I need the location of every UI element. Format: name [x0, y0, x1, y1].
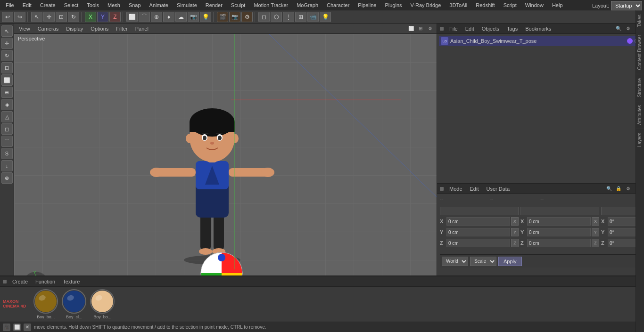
mat-texture-menu[interactable]: Texture	[61, 278, 82, 285]
render-settings-button[interactable]: ⚙	[241, 12, 253, 22]
sidebar-btn-7[interactable]: ◈	[1, 99, 13, 110]
menu-tools[interactable]: Tools	[83, 1, 103, 9]
menu-redshift[interactable]: Redshift	[472, 1, 498, 9]
vp-arrange-icon[interactable]: ⊞	[417, 25, 424, 32]
pos-z-input[interactable]	[446, 239, 510, 247]
scale-tool-button[interactable]: ⊡	[56, 12, 67, 22]
tab-content-browser[interactable]: Content Browser	[636, 31, 644, 73]
menu-create[interactable]: Create	[36, 1, 59, 9]
shade-surface-button[interactable]: ⬡	[271, 12, 282, 22]
attrs-settings-icon[interactable]: ⚙	[624, 185, 632, 193]
select-tool-button[interactable]: ↖	[31, 12, 42, 22]
layout-select[interactable]: Startup	[611, 1, 642, 10]
vp-settings-icon[interactable]: ⚙	[426, 25, 434, 32]
object-spline-button[interactable]: ⌒	[139, 12, 150, 22]
sidebar-btn-3[interactable]: ↻	[1, 50, 13, 61]
status-icon-camera[interactable]: 🎥	[3, 324, 10, 331]
menu-motion-tracker[interactable]: Motion Tracker	[250, 1, 292, 9]
attrs-search-icon[interactable]: 🔍	[605, 185, 613, 193]
sidebar-btn-8[interactable]: △	[1, 111, 13, 122]
tab-layers[interactable]: Layers	[636, 129, 644, 151]
sidebar-btn-10[interactable]: ⌒	[1, 136, 13, 147]
vp-view-menu[interactable]: View	[17, 25, 32, 32]
scale-select[interactable]: Scale	[470, 257, 496, 266]
render-pic-button[interactable]: 📷	[229, 12, 240, 22]
mat-create-menu[interactable]: Create	[10, 278, 30, 285]
z-axis-button[interactable]: Z	[109, 12, 121, 22]
rotate-tool-button[interactable]: ↻	[68, 12, 79, 22]
panel-search-icon[interactable]: 🔍	[615, 25, 622, 32]
scale-x-input[interactable]	[527, 217, 591, 226]
sidebar-btn-6[interactable]: ⊕	[1, 87, 13, 98]
objects-edit-menu[interactable]: Edit	[463, 25, 476, 32]
menu-character[interactable]: Character	[323, 1, 353, 9]
objects-bookmarks-menu[interactable]: Bookmarks	[523, 25, 553, 32]
vp-panel-menu[interactable]: Panel	[133, 25, 150, 32]
menu-edit[interactable]: Edit	[19, 1, 35, 9]
sidebar-btn-5[interactable]: ⬜	[1, 74, 13, 86]
world-select[interactable]: World	[442, 257, 468, 266]
menu-plugins[interactable]: Plugins	[381, 1, 405, 9]
object-cube-button[interactable]: ⬜	[126, 12, 138, 22]
objects-objects-menu[interactable]: Objects	[480, 25, 501, 32]
menu-window[interactable]: Window	[521, 1, 547, 9]
object-nurbs-button[interactable]: ⊕	[151, 12, 162, 22]
tab-structure[interactable]: Structure	[636, 74, 644, 101]
menu-sculpt[interactable]: Sculpt	[227, 1, 249, 9]
viewport-3d[interactable]: Perspective	[14, 34, 437, 308]
tab-takes[interactable]: Takes	[636, 10, 644, 31]
vp-options-menu[interactable]: Options	[89, 25, 110, 32]
status-icon-close[interactable]: ✕	[24, 324, 31, 331]
menu-simulate[interactable]: Simulate	[173, 1, 201, 9]
attrs-edit-menu[interactable]: Edit	[468, 186, 481, 192]
move-tool-button[interactable]: ✛	[43, 12, 55, 22]
pos-x-input[interactable]	[446, 217, 510, 226]
attrs-mode-menu[interactable]: Mode	[447, 186, 464, 192]
pos-x-btn[interactable]: X	[511, 217, 519, 226]
vp-filter-menu[interactable]: Filter	[114, 25, 129, 32]
sidebar-btn-12[interactable]: ↓	[1, 160, 13, 171]
menu-pipeline[interactable]: Pipeline	[354, 1, 380, 9]
menu-mograph[interactable]: MoGraph	[293, 1, 322, 9]
menu-vray[interactable]: V-Ray Bridge	[407, 1, 445, 9]
redo-button[interactable]: ↪	[14, 12, 25, 22]
menu-mesh[interactable]: Mesh	[104, 1, 124, 9]
menu-snap[interactable]: Snap	[125, 1, 145, 9]
undo-button[interactable]: ↩	[2, 12, 13, 22]
pos-z-btn[interactable]: Z	[511, 239, 519, 247]
material-item-1[interactable]: Boy_cl...	[62, 289, 86, 319]
mat-function-menu[interactable]: Function	[33, 278, 57, 285]
material-item-2[interactable]: Boy_bo...	[90, 289, 115, 319]
attrs-lock-icon[interactable]: 🔒	[615, 185, 622, 193]
scale-z-btn[interactable]: Z	[592, 239, 599, 247]
shade-cam-button[interactable]: 📹	[307, 12, 319, 22]
object-deform-button[interactable]: ♦	[163, 12, 174, 22]
tab-attributes[interactable]: Attributes	[636, 101, 644, 129]
sidebar-btn-11[interactable]: S	[1, 148, 13, 159]
menu-help[interactable]: Help	[548, 1, 567, 9]
vp-cameras-menu[interactable]: Cameras	[36, 25, 61, 32]
material-item-0[interactable]: Boy_bo...	[33, 289, 58, 319]
pos-y-btn[interactable]: Y	[511, 228, 519, 236]
apply-button[interactable]: Apply	[498, 257, 522, 266]
menu-script[interactable]: Script	[500, 1, 520, 9]
sidebar-btn-9[interactable]: ◻	[1, 123, 13, 135]
vp-display-menu[interactable]: Display	[64, 25, 85, 32]
y-axis-button[interactable]: Y	[97, 12, 108, 22]
objects-tags-menu[interactable]: Tags	[505, 25, 520, 32]
object-item-character[interactable]: L0 Asian_Child_Boy_Swimwear_T_pose	[439, 36, 642, 46]
render-view-button[interactable]: 🎬	[217, 12, 228, 22]
objects-file-menu[interactable]: File	[447, 25, 460, 32]
attrs-userdata-menu[interactable]: User Data	[485, 186, 512, 192]
scale-z-input[interactable]	[527, 239, 591, 247]
pos-y-input[interactable]	[446, 228, 510, 236]
sidebar-btn-4[interactable]: ⊡	[1, 62, 13, 73]
shade-wire-button[interactable]: ⋮	[283, 12, 294, 22]
menu-select[interactable]: Select	[60, 1, 83, 9]
menu-render[interactable]: Render	[202, 1, 226, 9]
menu-3dtoall[interactable]: 3DToAll	[446, 1, 471, 9]
panel-settings-icon[interactable]: ⚙	[624, 25, 632, 32]
vp-maximize-icon[interactable]: ⬜	[407, 25, 415, 32]
scale-x-btn[interactable]: X	[592, 217, 599, 226]
scale-y-input[interactable]	[527, 228, 591, 236]
